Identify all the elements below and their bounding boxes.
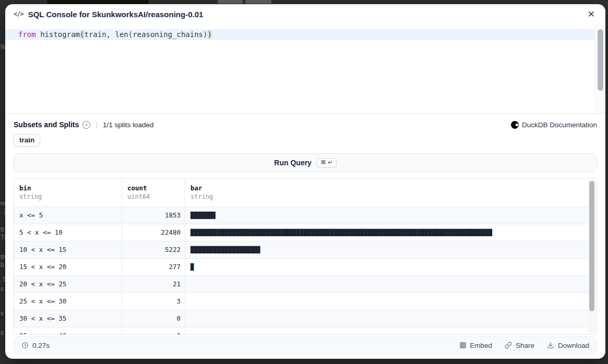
bin-cell: 5 < x <= 10 [14,224,122,241]
table-scrollbar-thumb[interactable] [589,181,594,311]
table-row: 15 < x <= 20 277 ▉ [14,259,597,276]
splits-loaded-text: 1/1 splits loaded [103,121,154,129]
count-cell: 21 [122,276,185,293]
table-row: 10 < x <= 15 5222 ██████████████████▌ [14,241,597,259]
share-label: Share [516,342,534,349]
modal-title: SQL Console for SkunkworksAI/reasoning-0… [28,10,204,19]
count-cell: 3 [122,293,185,310]
sql-console-modal: </> SQL Console for SkunkworksAI/reasoni… [5,4,605,359]
bar-cell [185,293,597,310]
table-row: 30 < x <= 35 0 [14,310,597,327]
keyboard-shortcut-badge: ⌘ ↵ [317,158,337,167]
background-text-fragment: s [1,329,4,336]
column-header-bin: bin string [14,179,122,207]
table-scrollbar-track[interactable] [588,179,596,334]
duckdb-documentation-link[interactable]: DuckDB Documentation [511,121,597,129]
download-label: Download [558,342,589,349]
sql-function: histogram [36,30,80,39]
share-link-icon [505,342,512,349]
table-row: x <= 5 1853 ██████▋ [14,207,597,224]
close-icon[interactable]: ✕ [586,9,597,20]
table-header-row: bin string count uint64 bar string [14,179,597,207]
bar-cell: ██████▋ [185,207,597,224]
results-footer: 0.27s Embed Share Download [14,336,597,354]
editor-scrollbar-track[interactable] [595,24,605,113]
editor-scrollbar-thumb[interactable] [598,29,603,91]
background-text-fragment: s [1,285,4,293]
query-duration-value: 0.27s [32,342,50,349]
code-icon: </> [14,10,23,18]
download-icon [547,342,554,349]
column-header-bar: bar string [185,179,597,207]
count-cell: 22480 [122,224,185,241]
bin-cell: 10 < x <= 15 [14,241,122,258]
background-pill-smear [218,0,243,4]
duckdb-logo-icon [511,121,519,129]
vertical-separator: | [96,120,98,129]
embed-button[interactable]: Embed [460,342,492,349]
count-cell: 1853 [122,207,185,224]
count-cell: 0 [122,310,185,327]
column-type: string [190,193,591,200]
column-name: bin [19,184,116,192]
background-text-fragment: b [1,226,4,233]
background-heading-smear [47,0,149,4]
splits-badge-row: train [5,129,605,147]
count-cell: 277 [122,259,185,275]
table-row: 20 < x <= 25 21 [14,276,597,293]
column-header-count: count uint64 [122,179,185,207]
bin-cell: 30 < x <= 35 [14,310,122,327]
sql-close-bracket: ) [207,30,211,39]
sql-keyword: from [18,30,36,39]
subsets-and-splits-row: Subsets and Splits i | 1/1 splits loaded… [5,114,605,129]
subsets-label: Subsets and Splits [14,120,79,129]
sql-editor-active-line[interactable]: from histogram(train, len(reasoning_chai… [5,29,594,40]
bin-cell: 35 < x <= 40 [14,327,122,335]
download-button[interactable]: Download [547,342,589,349]
table-row: 25 < x <= 30 3 [14,293,597,310]
info-icon[interactable]: i [82,121,90,129]
bar-cell: ▉ [185,259,597,275]
background-text-fragment: v [1,310,4,317]
modal-header: </> SQL Console for SkunkworksAI/reasoni… [5,4,605,24]
query-duration: 0.27s [21,342,50,349]
run-query-button[interactable]: Run Query ⌘ ↵ [14,153,597,172]
bar-cell [185,327,597,335]
duckdb-documentation-label: DuckDB Documentation [522,121,597,129]
bin-cell: 20 < x <= 25 [14,276,122,293]
table-row: 5 < x <= 10 22480 ██████████████████████… [14,224,597,241]
background-pill-smear [245,0,271,4]
split-badge-train[interactable]: train [14,134,40,147]
column-type: uint64 [127,193,180,200]
share-button[interactable]: Share [505,342,534,349]
sql-editor[interactable]: from histogram(train, len(reasoning_chai… [5,24,605,114]
table-row: 35 < x <= 40 0 [14,327,597,335]
count-cell: 0 [122,327,185,335]
footer-actions: Embed Share Download [460,342,589,349]
column-type: string [19,193,116,200]
bar-cell [185,276,597,293]
embed-label: Embed [470,342,492,349]
sql-arguments: train, len(reasoning_chains) [84,30,207,39]
bin-cell: 15 < x <= 20 [14,259,122,275]
embed-icon [460,342,466,348]
column-name: count [127,184,180,192]
count-cell: 5222 [122,241,185,258]
bar-cell: ████████████████████████████████████████… [185,224,597,241]
run-query-label: Run Query [274,159,312,167]
results-table: bin string count uint64 bar string x <= … [14,178,597,335]
bar-cell: ██████████████████▌ [185,241,597,258]
bar-cell [185,310,597,327]
column-name: bar [190,184,591,192]
bin-cell: 25 < x <= 30 [14,293,122,310]
clock-icon [21,342,29,349]
bin-cell: x <= 5 [14,207,122,224]
background-text-fragment: b [1,261,4,269]
